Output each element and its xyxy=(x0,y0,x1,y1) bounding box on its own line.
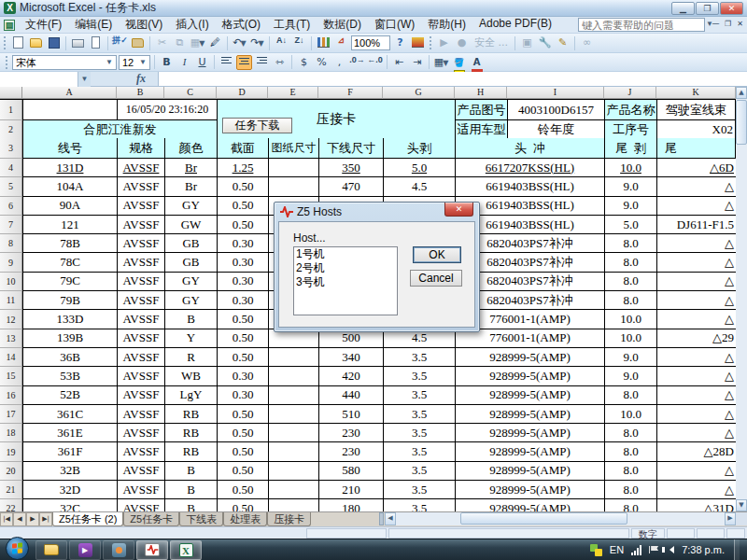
cell[interactable]: 0.50 xyxy=(218,197,269,216)
merge-center-icon[interactable]: ⇿ xyxy=(272,55,288,70)
cell[interactable]: 0.50 xyxy=(218,329,269,348)
name-box[interactable] xyxy=(0,72,78,87)
cell[interactable]: 3.5 xyxy=(384,481,456,499)
sort-descending-icon[interactable]: Z↓ xyxy=(291,35,307,50)
cell[interactable]: 350 xyxy=(319,159,384,177)
host-list-item-2[interactable]: 3号机 xyxy=(294,275,397,289)
taskbar-z5-button[interactable] xyxy=(136,540,168,560)
cell[interactable]: AVSSF xyxy=(118,462,165,481)
scroll-up-icon[interactable]: ▲ xyxy=(736,87,747,99)
cell[interactable]: △ xyxy=(657,291,736,310)
cell[interactable]: △ xyxy=(657,424,736,442)
cell[interactable]: 8.0 xyxy=(605,234,657,253)
cell[interactable]: 10.0 xyxy=(605,159,657,177)
insert-function-button[interactable]: fx xyxy=(124,72,158,86)
menu-item-2[interactable]: 视图(V) xyxy=(119,16,169,34)
comma-icon[interactable]: , xyxy=(331,55,347,70)
tab-prev-icon[interactable]: ◀ xyxy=(13,512,26,526)
cell[interactable]: GY xyxy=(165,197,218,216)
cell[interactable]: 10.0 xyxy=(605,310,657,329)
cell[interactable]: 3.5 xyxy=(384,348,456,367)
scroll-left-icon[interactable]: ◀ xyxy=(385,512,396,525)
cell[interactable] xyxy=(269,177,319,196)
cell[interactable]: 1.25 xyxy=(218,159,269,177)
col-label-draw-size[interactable]: 图纸尺寸 xyxy=(269,138,319,159)
cell[interactable]: 928999-5(AMP) xyxy=(456,386,605,405)
cell[interactable]: AVSSF xyxy=(118,253,165,272)
tray-app-icon[interactable] xyxy=(590,544,602,556)
row-header[interactable]: 20 xyxy=(0,462,22,481)
column-header-F[interactable]: F xyxy=(318,87,383,99)
cell[interactable]: 53B xyxy=(23,367,118,385)
tools-icon[interactable]: 🔧 xyxy=(537,35,553,50)
host-list-item-0[interactable]: 1号机 xyxy=(294,247,397,261)
cell[interactable]: 928999-5(AMP) xyxy=(456,481,605,499)
cell[interactable]: 0.50 xyxy=(218,462,269,481)
row-header[interactable]: 2 xyxy=(0,120,22,139)
align-center-icon[interactable] xyxy=(236,55,252,70)
row-header[interactable]: 17 xyxy=(0,405,22,424)
row-header[interactable]: 12 xyxy=(0,310,22,329)
cell[interactable]: 139B xyxy=(23,329,118,348)
cell[interactable]: 3.5 xyxy=(384,405,456,424)
font-name-select[interactable]: 宋体▼ xyxy=(12,55,117,70)
increase-decimal-icon[interactable]: .0→ xyxy=(349,55,365,70)
col-label-tail-crimp[interactable]: 尾 xyxy=(657,138,736,159)
tab-first-icon[interactable]: |◀ xyxy=(0,512,13,526)
fmtbar-grip[interactable] xyxy=(6,56,8,69)
toolbar-grip[interactable] xyxy=(4,36,7,49)
cell[interactable]: △ xyxy=(657,481,736,499)
cell[interactable]: 0.50 xyxy=(218,310,269,329)
undo-icon[interactable]: ↶▼ xyxy=(232,35,247,50)
start-button[interactable] xyxy=(6,537,29,560)
select-all-corner[interactable] xyxy=(0,87,22,99)
zoom-select[interactable]: 100% ▼ xyxy=(351,35,390,50)
cell[interactable]: 3.5 xyxy=(384,386,456,405)
col-label-head-crimp[interactable]: 头 冲 xyxy=(456,138,605,159)
cell-product-no[interactable]: 4003100D6157 xyxy=(508,100,605,120)
cell[interactable]: 230 xyxy=(319,424,384,442)
column-header-B[interactable]: B xyxy=(117,87,164,99)
cell[interactable]: △ xyxy=(657,386,736,405)
cell[interactable]: △ xyxy=(657,348,736,367)
cell[interactable]: AVSSF xyxy=(118,273,165,291)
cell-datetime[interactable]: 16/05/20 23:16:20 xyxy=(118,100,218,120)
dialog-close-icon[interactable]: ✕ xyxy=(444,203,473,217)
chart-wizard-icon[interactable] xyxy=(316,35,331,50)
percent-icon[interactable]: % xyxy=(314,55,330,70)
cell[interactable]: B xyxy=(165,462,218,481)
cell[interactable]: Br xyxy=(165,159,218,177)
cell[interactable]: 180 xyxy=(319,499,384,511)
cell[interactable]: 52B xyxy=(23,386,118,405)
cell[interactable]: 5.0 xyxy=(605,216,657,234)
cell[interactable]: △ xyxy=(657,234,736,253)
align-right-icon[interactable] xyxy=(254,55,270,70)
col-label-spec[interactable]: 规格 xyxy=(118,138,165,159)
cell[interactable]: GB xyxy=(165,253,218,272)
currency-icon[interactable]: $ xyxy=(296,55,312,70)
row-header[interactable]: 22 xyxy=(0,499,22,511)
taskbar-app3-button[interactable] xyxy=(103,540,134,560)
workbook-restore-icon[interactable]: ❐ xyxy=(723,19,733,30)
cell[interactable]: △ xyxy=(657,197,736,216)
sort-ascending-icon[interactable]: A↓ xyxy=(274,35,289,50)
col-label-section[interactable]: 截面 xyxy=(218,138,269,159)
toolbar2-grip[interactable] xyxy=(430,36,432,49)
cell[interactable]: 79C xyxy=(23,273,118,291)
cell[interactable] xyxy=(269,481,319,499)
cell[interactable]: RB xyxy=(165,405,218,424)
cell[interactable]: 361E xyxy=(23,424,118,442)
cell[interactable]: 580 xyxy=(319,462,384,481)
cell-product-no-label[interactable]: 产品图号 xyxy=(456,100,508,120)
cell[interactable]: AVSSF xyxy=(118,367,165,385)
menu-item-1[interactable]: 编辑(E) xyxy=(68,16,119,34)
formula-input[interactable] xyxy=(158,72,747,86)
sheet-tab-1[interactable]: Z5任务卡 xyxy=(123,512,179,526)
cell[interactable]: 9.0 xyxy=(605,367,657,385)
show-desktop-button[interactable] xyxy=(734,539,740,560)
research-icon[interactable] xyxy=(130,35,146,50)
cell[interactable]: 133D xyxy=(23,310,118,329)
row-header[interactable]: 21 xyxy=(0,481,22,499)
row-header[interactable]: 10 xyxy=(0,273,22,291)
print-icon[interactable] xyxy=(70,35,86,50)
